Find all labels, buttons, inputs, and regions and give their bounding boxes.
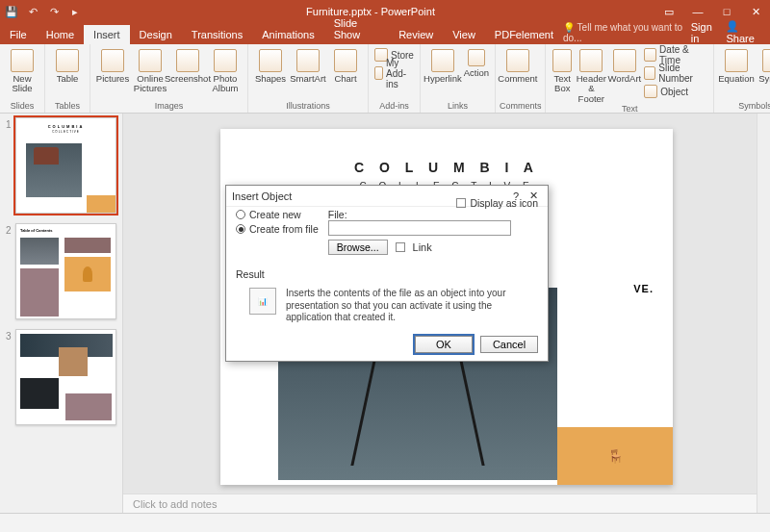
comment-button[interactable]: Comment bbox=[500, 46, 536, 84]
result-label: Result bbox=[236, 268, 538, 280]
tab-transitions[interactable]: Transitions bbox=[182, 25, 252, 44]
thumb-slide-2[interactable]: Table of Contents bbox=[15, 223, 116, 319]
undo-icon[interactable]: ↶ bbox=[25, 4, 40, 19]
action-button[interactable]: Action bbox=[462, 46, 491, 78]
online-pictures-button[interactable]: Online Pictures bbox=[132, 46, 168, 94]
slide-thumbnails: 1 COLUMBIACOLLECTIVE 2 Table of Contents… bbox=[0, 114, 123, 513]
file-path-input[interactable] bbox=[328, 220, 511, 236]
file-label: File: bbox=[328, 209, 538, 220]
wordart-button[interactable]: WordArt bbox=[608, 46, 642, 84]
browse-button[interactable]: Browse... bbox=[328, 240, 388, 255]
ribbon: New Slide Slides Table Tables Pictures O… bbox=[0, 44, 770, 114]
pictures-button[interactable]: Pictures bbox=[94, 46, 131, 84]
slide-number-button[interactable]: Slide Number bbox=[642, 64, 709, 82]
result-icon: 📊 bbox=[249, 288, 276, 315]
chair-icon: 🪑 bbox=[607, 448, 624, 464]
tab-view[interactable]: View bbox=[443, 25, 485, 44]
tab-home[interactable]: Home bbox=[37, 25, 84, 44]
tab-pdfelement[interactable]: PDFelement bbox=[485, 25, 563, 44]
tab-file[interactable]: File bbox=[0, 25, 37, 44]
equation-button[interactable]: Equation bbox=[718, 46, 755, 84]
shapes-button[interactable]: Shapes bbox=[252, 46, 289, 84]
chart-button[interactable]: Chart bbox=[327, 46, 364, 84]
thumb-slide-3[interactable] bbox=[15, 329, 116, 425]
tell-me[interactable]: 💡 Tell me what you want to do... bbox=[563, 22, 683, 43]
create-new-radio[interactable]: Create new bbox=[236, 209, 319, 220]
result-description: Inserts the contents of the file as an o… bbox=[286, 288, 507, 324]
vertical-scrollbar[interactable] bbox=[757, 114, 770, 513]
tab-animations[interactable]: Animations bbox=[252, 25, 323, 44]
my-addins-button[interactable]: My Add-ins bbox=[372, 64, 416, 82]
screenshot-button[interactable]: Screenshot bbox=[169, 46, 206, 84]
status-bar bbox=[0, 513, 770, 532]
slide-title: C O L U M B I A bbox=[220, 160, 673, 175]
from-beginning-icon[interactable]: ▸ bbox=[67, 4, 83, 19]
cancel-button[interactable]: Cancel bbox=[480, 336, 538, 353]
tab-review[interactable]: Review bbox=[389, 25, 443, 44]
header-footer-button[interactable]: Header & Footer bbox=[576, 46, 606, 104]
share-button[interactable]: 👤 Share bbox=[726, 20, 764, 44]
table-button[interactable]: Table bbox=[49, 46, 86, 84]
new-slide-button[interactable]: New Slide bbox=[4, 46, 40, 94]
photo-album-button[interactable]: Photo Album bbox=[207, 46, 244, 94]
symbol-button[interactable]: Symbol bbox=[756, 46, 770, 84]
hyperlink-button[interactable]: Hyperlink bbox=[424, 46, 461, 84]
tab-design[interactable]: Design bbox=[130, 25, 182, 44]
insert-object-dialog: Insert Object ? ✕ Display as icon Create… bbox=[225, 185, 549, 362]
signin-link[interactable]: Sign in bbox=[691, 21, 719, 44]
ok-button[interactable]: OK bbox=[415, 336, 473, 353]
ribbon-tabs: File Home Insert Design Transitions Anim… bbox=[0, 23, 770, 44]
redo-icon[interactable]: ↷ bbox=[46, 4, 62, 19]
tab-insert[interactable]: Insert bbox=[84, 25, 130, 44]
object-button[interactable]: Object bbox=[642, 83, 709, 100]
display-as-icon-checkbox[interactable] bbox=[456, 198, 466, 208]
slide-accent-block: 🪑 bbox=[557, 427, 673, 485]
create-from-file-radio[interactable]: Create from file bbox=[236, 223, 319, 235]
notes-pane[interactable]: Click to add notes bbox=[123, 494, 770, 513]
text-box-button[interactable]: Text Box bbox=[550, 46, 575, 94]
thumb-slide-1[interactable]: COLUMBIACOLLECTIVE bbox=[15, 117, 116, 214]
date-time-button[interactable]: Date & Time bbox=[642, 46, 709, 63]
display-as-icon-label: Display as icon bbox=[470, 197, 538, 209]
save-icon[interactable]: 💾 bbox=[4, 4, 19, 19]
link-label: Link bbox=[413, 241, 432, 253]
tab-slideshow[interactable]: Slide Show bbox=[324, 13, 389, 44]
link-checkbox[interactable] bbox=[396, 242, 405, 252]
smartart-button[interactable]: SmartArt bbox=[290, 46, 326, 84]
